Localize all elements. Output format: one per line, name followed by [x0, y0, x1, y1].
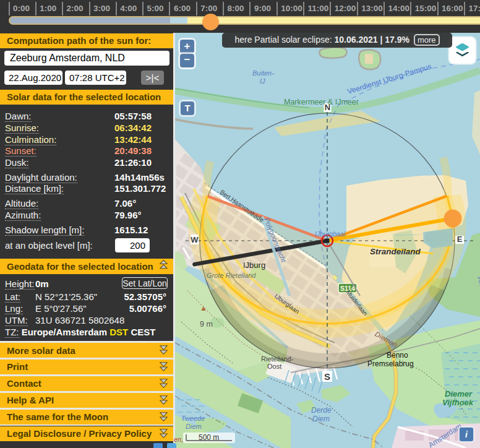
svg-text:Benno: Benno — [387, 351, 408, 360]
svg-text:Diem: Diem — [312, 415, 330, 423]
svg-text:Strandeiland: Strandeiland — [370, 247, 421, 256]
svg-text:Derde: Derde — [311, 406, 332, 415]
svg-text:Markermeer & IJmeer: Markermeer & IJmeer — [284, 98, 359, 106]
svg-text:IJburg: IJburg — [243, 261, 265, 270]
svg-text:Buiten-: Buiten- — [252, 69, 274, 77]
svg-text:500 m: 500 m — [199, 433, 219, 442]
svg-text:W: W — [191, 235, 199, 244]
svg-text:Vijfhoek: Vijfhoek — [442, 398, 474, 407]
svg-text:9 m: 9 m — [200, 320, 213, 329]
svg-text:S: S — [324, 371, 330, 382]
svg-text:Oost: Oost — [267, 363, 281, 370]
svg-text:E: E — [457, 235, 463, 244]
svg-text:Diem: Diem — [186, 423, 202, 430]
svg-text:IJburgbaai: IJburgbaai — [315, 230, 346, 238]
svg-text:Tweede: Tweede — [181, 415, 205, 422]
svg-text:▲: ▲ — [200, 304, 207, 312]
svg-text:Rieteiland-: Rieteiland- — [261, 355, 294, 363]
svg-text:IJ: IJ — [260, 77, 265, 85]
svg-text:Diemer: Diemer — [445, 389, 473, 398]
svg-text:Premselabrug: Premselabrug — [367, 360, 414, 368]
svg-text:Grote Rieteiland: Grote Rieteiland — [207, 272, 256, 279]
